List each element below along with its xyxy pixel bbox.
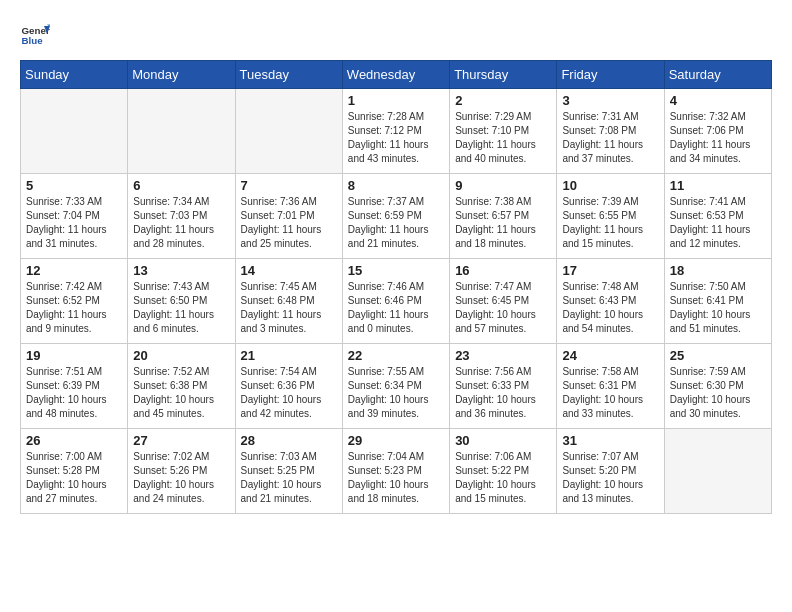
calendar-cell: 16Sunrise: 7:47 AM Sunset: 6:45 PM Dayli… [450, 259, 557, 344]
day-number: 31 [562, 433, 658, 448]
day-number: 12 [26, 263, 122, 278]
calendar-cell: 24Sunrise: 7:58 AM Sunset: 6:31 PM Dayli… [557, 344, 664, 429]
day-info: Sunrise: 7:59 AM Sunset: 6:30 PM Dayligh… [670, 365, 766, 421]
day-number: 11 [670, 178, 766, 193]
day-info: Sunrise: 7:56 AM Sunset: 6:33 PM Dayligh… [455, 365, 551, 421]
calendar-cell: 13Sunrise: 7:43 AM Sunset: 6:50 PM Dayli… [128, 259, 235, 344]
day-number: 1 [348, 93, 444, 108]
day-number: 13 [133, 263, 229, 278]
day-info: Sunrise: 7:37 AM Sunset: 6:59 PM Dayligh… [348, 195, 444, 251]
day-info: Sunrise: 7:33 AM Sunset: 7:04 PM Dayligh… [26, 195, 122, 251]
day-info: Sunrise: 7:45 AM Sunset: 6:48 PM Dayligh… [241, 280, 337, 336]
day-info: Sunrise: 7:02 AM Sunset: 5:26 PM Dayligh… [133, 450, 229, 506]
day-info: Sunrise: 7:29 AM Sunset: 7:10 PM Dayligh… [455, 110, 551, 166]
calendar-cell: 4Sunrise: 7:32 AM Sunset: 7:06 PM Daylig… [664, 89, 771, 174]
day-info: Sunrise: 7:36 AM Sunset: 7:01 PM Dayligh… [241, 195, 337, 251]
day-number: 21 [241, 348, 337, 363]
day-number: 9 [455, 178, 551, 193]
day-info: Sunrise: 7:43 AM Sunset: 6:50 PM Dayligh… [133, 280, 229, 336]
calendar-cell: 12Sunrise: 7:42 AM Sunset: 6:52 PM Dayli… [21, 259, 128, 344]
day-info: Sunrise: 7:32 AM Sunset: 7:06 PM Dayligh… [670, 110, 766, 166]
day-info: Sunrise: 7:52 AM Sunset: 6:38 PM Dayligh… [133, 365, 229, 421]
calendar-cell: 7Sunrise: 7:36 AM Sunset: 7:01 PM Daylig… [235, 174, 342, 259]
calendar-cell: 28Sunrise: 7:03 AM Sunset: 5:25 PM Dayli… [235, 429, 342, 514]
calendar-cell: 11Sunrise: 7:41 AM Sunset: 6:53 PM Dayli… [664, 174, 771, 259]
calendar-cell: 2Sunrise: 7:29 AM Sunset: 7:10 PM Daylig… [450, 89, 557, 174]
logo-icon: General Blue [20, 20, 50, 50]
day-number: 18 [670, 263, 766, 278]
day-info: Sunrise: 7:48 AM Sunset: 6:43 PM Dayligh… [562, 280, 658, 336]
day-info: Sunrise: 7:07 AM Sunset: 5:20 PM Dayligh… [562, 450, 658, 506]
day-number: 24 [562, 348, 658, 363]
day-number: 23 [455, 348, 551, 363]
day-number: 22 [348, 348, 444, 363]
day-header-sunday: Sunday [21, 61, 128, 89]
day-info: Sunrise: 7:42 AM Sunset: 6:52 PM Dayligh… [26, 280, 122, 336]
week-row-5: 26Sunrise: 7:00 AM Sunset: 5:28 PM Dayli… [21, 429, 772, 514]
day-info: Sunrise: 7:47 AM Sunset: 6:45 PM Dayligh… [455, 280, 551, 336]
day-number: 20 [133, 348, 229, 363]
svg-text:Blue: Blue [22, 35, 44, 46]
day-info: Sunrise: 7:03 AM Sunset: 5:25 PM Dayligh… [241, 450, 337, 506]
week-row-1: 1Sunrise: 7:28 AM Sunset: 7:12 PM Daylig… [21, 89, 772, 174]
calendar-cell: 1Sunrise: 7:28 AM Sunset: 7:12 PM Daylig… [342, 89, 449, 174]
calendar-cell [21, 89, 128, 174]
day-info: Sunrise: 7:39 AM Sunset: 6:55 PM Dayligh… [562, 195, 658, 251]
calendar-table: SundayMondayTuesdayWednesdayThursdayFrid… [20, 60, 772, 514]
calendar-cell: 10Sunrise: 7:39 AM Sunset: 6:55 PM Dayli… [557, 174, 664, 259]
day-number: 19 [26, 348, 122, 363]
calendar-cell: 26Sunrise: 7:00 AM Sunset: 5:28 PM Dayli… [21, 429, 128, 514]
days-header-row: SundayMondayTuesdayWednesdayThursdayFrid… [21, 61, 772, 89]
day-number: 27 [133, 433, 229, 448]
calendar-cell: 14Sunrise: 7:45 AM Sunset: 6:48 PM Dayli… [235, 259, 342, 344]
calendar-cell: 6Sunrise: 7:34 AM Sunset: 7:03 PM Daylig… [128, 174, 235, 259]
day-number: 30 [455, 433, 551, 448]
day-number: 25 [670, 348, 766, 363]
day-info: Sunrise: 7:55 AM Sunset: 6:34 PM Dayligh… [348, 365, 444, 421]
day-number: 15 [348, 263, 444, 278]
day-header-saturday: Saturday [664, 61, 771, 89]
calendar-cell: 29Sunrise: 7:04 AM Sunset: 5:23 PM Dayli… [342, 429, 449, 514]
day-number: 17 [562, 263, 658, 278]
calendar-cell: 21Sunrise: 7:54 AM Sunset: 6:36 PM Dayli… [235, 344, 342, 429]
day-info: Sunrise: 7:34 AM Sunset: 7:03 PM Dayligh… [133, 195, 229, 251]
calendar-cell [235, 89, 342, 174]
week-row-4: 19Sunrise: 7:51 AM Sunset: 6:39 PM Dayli… [21, 344, 772, 429]
day-info: Sunrise: 7:04 AM Sunset: 5:23 PM Dayligh… [348, 450, 444, 506]
day-info: Sunrise: 7:06 AM Sunset: 5:22 PM Dayligh… [455, 450, 551, 506]
calendar-cell: 3Sunrise: 7:31 AM Sunset: 7:08 PM Daylig… [557, 89, 664, 174]
day-header-friday: Friday [557, 61, 664, 89]
day-header-tuesday: Tuesday [235, 61, 342, 89]
day-header-monday: Monday [128, 61, 235, 89]
day-number: 6 [133, 178, 229, 193]
calendar-cell: 25Sunrise: 7:59 AM Sunset: 6:30 PM Dayli… [664, 344, 771, 429]
day-info: Sunrise: 7:50 AM Sunset: 6:41 PM Dayligh… [670, 280, 766, 336]
calendar-cell: 31Sunrise: 7:07 AM Sunset: 5:20 PM Dayli… [557, 429, 664, 514]
logo: General Blue [20, 20, 54, 50]
day-header-thursday: Thursday [450, 61, 557, 89]
day-number: 4 [670, 93, 766, 108]
day-info: Sunrise: 7:46 AM Sunset: 6:46 PM Dayligh… [348, 280, 444, 336]
day-number: 29 [348, 433, 444, 448]
day-number: 28 [241, 433, 337, 448]
calendar-cell: 23Sunrise: 7:56 AM Sunset: 6:33 PM Dayli… [450, 344, 557, 429]
day-info: Sunrise: 7:54 AM Sunset: 6:36 PM Dayligh… [241, 365, 337, 421]
page-header: General Blue [20, 20, 772, 50]
day-header-wednesday: Wednesday [342, 61, 449, 89]
day-info: Sunrise: 7:58 AM Sunset: 6:31 PM Dayligh… [562, 365, 658, 421]
calendar-cell: 22Sunrise: 7:55 AM Sunset: 6:34 PM Dayli… [342, 344, 449, 429]
day-number: 5 [26, 178, 122, 193]
day-number: 2 [455, 93, 551, 108]
calendar-cell [664, 429, 771, 514]
calendar-cell: 5Sunrise: 7:33 AM Sunset: 7:04 PM Daylig… [21, 174, 128, 259]
day-number: 3 [562, 93, 658, 108]
calendar-cell: 9Sunrise: 7:38 AM Sunset: 6:57 PM Daylig… [450, 174, 557, 259]
calendar-cell: 20Sunrise: 7:52 AM Sunset: 6:38 PM Dayli… [128, 344, 235, 429]
day-number: 7 [241, 178, 337, 193]
day-number: 26 [26, 433, 122, 448]
day-info: Sunrise: 7:28 AM Sunset: 7:12 PM Dayligh… [348, 110, 444, 166]
calendar-cell: 27Sunrise: 7:02 AM Sunset: 5:26 PM Dayli… [128, 429, 235, 514]
day-info: Sunrise: 7:41 AM Sunset: 6:53 PM Dayligh… [670, 195, 766, 251]
calendar-cell: 30Sunrise: 7:06 AM Sunset: 5:22 PM Dayli… [450, 429, 557, 514]
day-info: Sunrise: 7:38 AM Sunset: 6:57 PM Dayligh… [455, 195, 551, 251]
